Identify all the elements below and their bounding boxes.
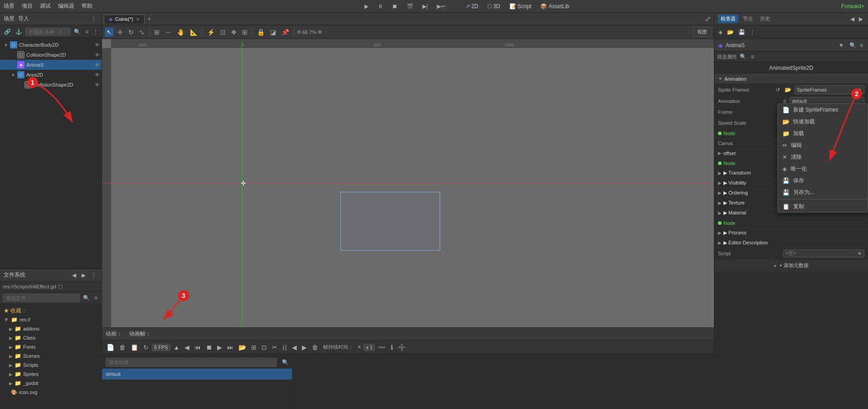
inspector-tool3[interactable]: 💾 [737,29,747,36]
tab-coins[interactable]: ◈ Coins(*) ✕ [104,15,145,24]
filter-props-btn[interactable]: 🔍 [848,42,858,49]
file-search-btn[interactable]: 🔍 [82,294,91,302]
file-sort-btn[interactable]: ≡ [93,294,99,302]
tool-grid[interactable]: ⊡ [218,28,228,37]
sprite-frames-value[interactable]: SpriteFrames ▼ [795,85,864,94]
anim-nav-delete[interactable]: 🗑 [310,343,320,352]
view-button[interactable]: 视图 [693,27,711,37]
tool-vis[interactable]: ◪ [268,28,278,37]
timing-info[interactable]: ℹ [389,343,395,352]
menu-project[interactable]: 项目 [22,2,33,10]
tree-item-cs2d1[interactable]: ▢ CollisionShape2D 👁 [0,50,102,60]
menu-new-spriteframes[interactable]: 📄 新建 SpriteFrames [778,104,868,116]
tool-ruler[interactable]: 📐 [188,28,199,37]
tree-item-animas[interactable]: ◈ AnimaS 👁 [0,60,102,70]
timing-minus[interactable]: ➖ [376,343,388,352]
add-metadata-btn[interactable]: + + 添加元数据 [714,259,868,272]
animation-section-header[interactable]: ▼ Animation [714,74,868,84]
tab-nodes[interactable]: 节点 [740,15,756,23]
eye-cb2d[interactable]: 👁 [95,42,100,48]
file-filter-input[interactable] [3,294,80,302]
anim-grid-btn[interactable]: ⊞ [249,343,258,352]
tool-zoom-fit[interactable]: ⊞ [240,28,249,37]
file-item-addons[interactable]: ▶ 📁 addons [0,324,102,333]
anim-play-end-btn[interactable]: ⏭ [225,343,235,352]
tool-pin[interactable]: 📌 [280,28,291,37]
file-item-scenes[interactable]: ▶ 📁 Scenes [0,351,102,360]
timing-plus[interactable]: ➕ [396,343,407,352]
viewport-expand-btn[interactable]: ⤢ [703,14,712,24]
tool-lock2[interactable]: 🔒 [255,28,267,37]
tree-item-area2d[interactable]: ▼ ⬡ Area2D 👁 [0,70,102,80]
filter-search-icon[interactable]: 🔍 [738,53,748,60]
menu-edit[interactable]: ✏ 编辑 [778,139,868,151]
menu-help[interactable]: 帮助 [82,2,92,10]
scene-filter-search-btn[interactable]: 🔍 [73,28,82,35]
node-select-dropdown[interactable]: ▼ [837,42,845,49]
scene-link-btn[interactable]: 🔗 [3,28,12,35]
mode-script-button[interactable]: 📝 Script [507,2,534,10]
zoom-out-btn[interactable]: ⊖ [297,29,301,35]
anim-play-btn[interactable]: ▶ [215,343,224,352]
menu-unique[interactable]: ◈ 唯一化 [778,163,868,175]
tool-lock[interactable]: ↔ [163,28,173,37]
menu-scene[interactable]: 场景 [4,2,15,10]
tool-group[interactable]: 🤚 [175,28,186,37]
anim-item-default[interactable]: default [102,369,292,380]
eye-area2d[interactable]: 👁 [95,72,100,78]
file-item-sprites[interactable]: ▶ 📁 Sprites [0,370,102,379]
play-custom-button[interactable]: ▶↩ [434,2,448,10]
menu-editor[interactable]: 编辑器 [58,2,74,10]
eye-cs2d2[interactable]: 👁 [95,82,100,88]
menu-clear[interactable]: ✕ 清除 [778,151,868,163]
mode-assetlib-button[interactable]: 📦 AssetLib [538,2,572,10]
editor-desc-section[interactable]: ▶ ▶ Editor Description [714,238,868,248]
play-scene-button[interactable]: ▶| [420,2,431,10]
tab-close-btn[interactable]: ✕ [136,17,140,22]
tab-add-btn[interactable]: + [147,15,151,23]
anim-load-btn[interactable]: 📂 [237,343,248,352]
anim-nav-left[interactable]: ◀ [290,343,299,352]
eye-cs2d1[interactable]: 👁 [95,52,100,58]
file-item-class[interactable]: ▶ 📁 Class [0,333,102,342]
viewport[interactable]: -500 0 500 1000 ✛ [102,39,714,327]
fs-nav-next[interactable]: ▶ [80,272,87,279]
eye-animas[interactable]: 👁 [95,62,100,68]
inspector-tool2[interactable]: 📂 [726,29,735,36]
fs-nav-prev[interactable]: ◀ [71,272,78,279]
filter-toggle-icon[interactable]: ≡ [750,53,756,60]
tool-rotate[interactable]: ↻ [126,28,136,37]
scene-menu-btn[interactable]: ⋮ [90,15,98,23]
anim-filter-search-btn[interactable]: 🔍 [281,359,290,366]
mode-2d-button[interactable]: ↗ 2D [463,2,481,10]
menu-debug[interactable]: 调试 [40,2,51,10]
menu-load[interactable]: 📁 加载 [778,127,868,139]
sprite-frames-load-btn[interactable]: 📂 [783,86,793,93]
tree-item-cs2d2[interactable]: ▢ CollisionShape2D 👁 [0,80,102,90]
toggle-props-btn[interactable]: ≡ [858,42,864,49]
anim-prev-frame[interactable]: ◀ [183,343,191,352]
tab-history[interactable]: 历史 [757,15,773,23]
anim-crop-btn[interactable]: ✂ [270,343,279,352]
inspector-tool1[interactable]: ◈ [717,29,724,36]
file-item-scripts[interactable]: ▶ 📁 Scripts [0,360,102,370]
pause-button[interactable]: ⏸ [375,2,386,10]
tool-snap[interactable]: ⊞ [152,28,161,37]
menu-save-as[interactable]: 💾 另存为... [778,186,868,198]
anim-new-btn[interactable]: 📄 [105,343,116,352]
scene-options-btn[interactable]: ⋮ [92,28,100,35]
inspector-expand-btn[interactable]: ▶ [858,15,864,23]
process-section[interactable]: ▶ ▶ Process [714,228,868,238]
anim-nav-right[interactable]: ▶ [300,343,309,352]
fs-menu-btn[interactable]: ⋮ [90,272,98,279]
script-dropdown[interactable]: <空> ▼ [783,249,864,258]
tool-select[interactable]: ↖ [105,28,114,37]
anim-filter-input[interactable] [106,358,277,367]
anim-delete-btn[interactable]: 🗑 [117,343,127,352]
file-item-godot[interactable]: ▶ 📁 _godot [0,379,102,388]
movie-button[interactable]: 🎬 [404,2,416,10]
anim-nav-left-far[interactable]: ⟨⟨ [281,343,289,352]
fps-up-btn[interactable]: ▲ [172,343,182,352]
menu-quick-load[interactable]: 📂 快速加载 [778,116,868,127]
menu-save[interactable]: 💾 保存 [778,175,868,186]
